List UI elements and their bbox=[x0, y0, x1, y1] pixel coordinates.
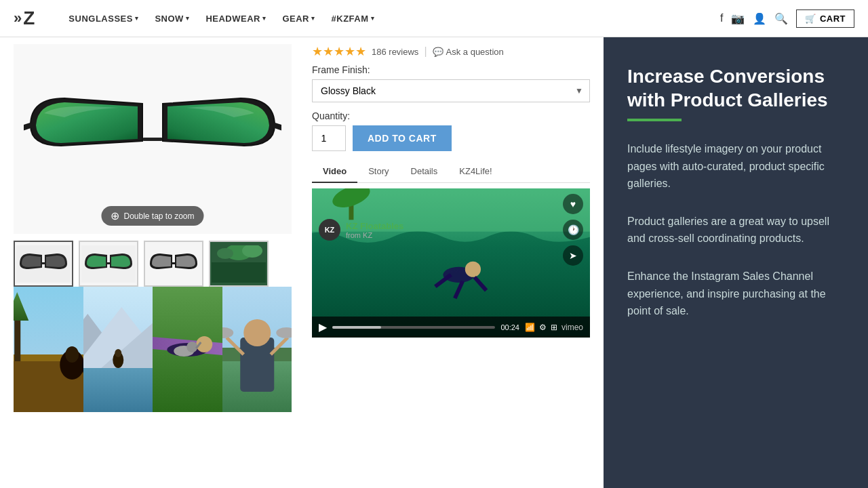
separator: | bbox=[424, 45, 427, 58]
chevron-down-icon: ▾ bbox=[311, 15, 315, 22]
main-content: ⊕ Double tap to zoom bbox=[0, 37, 868, 488]
nav-sunglasses[interactable]: SUNGLASSES ▾ bbox=[62, 9, 145, 28]
vimeo-label: vimeo bbox=[561, 323, 583, 332]
svg-point-22 bbox=[65, 346, 79, 363]
video-duration: 00:24 bbox=[500, 323, 519, 331]
svg-rect-0 bbox=[142, 138, 163, 141]
video-background: KZ KZ Floatables from KZ ♥ 🕐 ➤ bbox=[312, 188, 590, 338]
clock-button[interactable]: 🕐 bbox=[563, 220, 583, 240]
svg-point-43 bbox=[243, 319, 271, 346]
expand-icon[interactable]: ⊞ bbox=[551, 323, 557, 332]
cart-label: CART bbox=[820, 14, 846, 24]
gallery-photos bbox=[14, 287, 292, 412]
header: » Z SUNGLASSES ▾ SNOW ▾ HEADWEAR ▾ GEAR … bbox=[0, 0, 868, 37]
product-details: ★★★★★ 186 reviews | 💬 Ask a question Fra… bbox=[305, 37, 604, 488]
ask-question-link[interactable]: 💬 Ask a question bbox=[433, 47, 504, 57]
product-tabs: Video Story Details KZ4Life! bbox=[312, 161, 590, 183]
svg-rect-6 bbox=[172, 262, 175, 264]
product-section: ⊕ Double tap to zoom bbox=[0, 37, 604, 488]
panel-accent-bar bbox=[627, 119, 682, 121]
facebook-icon[interactable]: f bbox=[720, 12, 723, 24]
panel-text-3: Enhance the Instagram Sales Channel expe… bbox=[627, 268, 844, 320]
chat-icon: 💬 bbox=[433, 47, 443, 57]
svg-point-11 bbox=[217, 248, 233, 259]
video-channel-info: KZ KZ Floatables from KZ bbox=[319, 219, 403, 241]
video-player[interactable]: KZ KZ Floatables from KZ ♥ 🕐 ➤ bbox=[312, 188, 590, 338]
product-images: ⊕ Double tap to zoom bbox=[0, 37, 305, 488]
zoom-label: Double tap to zoom bbox=[123, 211, 194, 221]
tab-video[interactable]: Video bbox=[312, 161, 357, 183]
quantity-input[interactable] bbox=[312, 125, 346, 151]
gallery-photo-3[interactable] bbox=[153, 287, 222, 412]
svg-rect-28 bbox=[83, 368, 153, 412]
panel-text-1: Include lifestyle imagery on your produc… bbox=[627, 140, 844, 192]
quantity-label: Quantity: bbox=[312, 110, 590, 121]
frame-finish-label: Frame Finish: bbox=[312, 64, 590, 75]
tab-details[interactable]: Details bbox=[400, 161, 449, 183]
zoom-badge[interactable]: ⊕ Double tap to zoom bbox=[101, 206, 203, 226]
signal-icon: 📶 bbox=[525, 323, 535, 332]
gallery-photo-4[interactable] bbox=[222, 287, 292, 412]
thumbnail-strip bbox=[14, 241, 292, 287]
chevron-down-icon: ▾ bbox=[135, 15, 139, 22]
zoom-plus-icon: ⊕ bbox=[111, 209, 119, 222]
frame-finish-select[interactable]: Glossy Black Matte Black Tortoise Crysta… bbox=[312, 79, 590, 102]
frame-finish-wrapper: Glossy Black Matte Black Tortoise Crysta… bbox=[312, 79, 590, 102]
video-controls-bar[interactable]: ▶ 00:24 📶 ⚙ ⊞ vimeo bbox=[312, 317, 590, 338]
channel-text: KZ Floatables from KZ bbox=[346, 221, 403, 239]
share-button[interactable]: ➤ bbox=[563, 245, 583, 266]
chevron-down-icon: ▾ bbox=[186, 15, 190, 22]
instagram-icon[interactable]: 📷 bbox=[731, 12, 745, 25]
thumbnail-4[interactable] bbox=[209, 241, 269, 287]
gallery-photo-2[interactable] bbox=[83, 287, 153, 412]
search-icon[interactable]: 🔍 bbox=[774, 12, 788, 25]
social-icons: f 📷 👤 🔍 🛒 CART bbox=[720, 9, 854, 28]
thumbnail-2[interactable] bbox=[79, 241, 138, 287]
quantity-row: ADD TO CART bbox=[312, 125, 590, 151]
nav-kzfam[interactable]: #KZFAM ▾ bbox=[325, 9, 382, 28]
sunglasses-graphic bbox=[24, 64, 281, 214]
chevron-down-icon: ▾ bbox=[262, 15, 267, 22]
logo-letter: Z bbox=[23, 7, 35, 29]
video-action-buttons: ♥ 🕐 ➤ bbox=[563, 194, 583, 266]
logo-chevron-icon: » bbox=[14, 9, 22, 27]
video-overlay-top: KZ KZ Floatables from KZ ♥ 🕐 ➤ bbox=[312, 188, 590, 271]
gallery-photo-1[interactable] bbox=[14, 287, 83, 412]
svg-rect-2 bbox=[42, 262, 45, 264]
settings-icon[interactable]: ⚙ bbox=[539, 323, 547, 332]
panel-title: Increase Conversions with Product Galler… bbox=[627, 64, 844, 112]
channel-avatar: KZ bbox=[319, 219, 340, 241]
nav-headwear[interactable]: HEADWEAR ▾ bbox=[199, 9, 273, 28]
thumbnail-1[interactable] bbox=[14, 241, 73, 287]
progress-bar[interactable] bbox=[332, 326, 495, 329]
thumbnail-3[interactable] bbox=[144, 241, 203, 287]
review-count[interactable]: 186 reviews bbox=[372, 47, 418, 57]
channel-from: from KZ bbox=[346, 231, 403, 239]
nav-snow[interactable]: SNOW ▾ bbox=[148, 9, 196, 28]
tab-kz4life[interactable]: KZ4Life! bbox=[448, 161, 502, 183]
user-icon[interactable]: 👤 bbox=[753, 12, 766, 25]
svg-point-30 bbox=[115, 349, 121, 357]
video-bar-icons: 📶 ⚙ ⊞ vimeo bbox=[525, 323, 583, 332]
progress-fill bbox=[332, 326, 381, 329]
tab-story[interactable]: Story bbox=[357, 161, 399, 183]
cart-icon: 🛒 bbox=[805, 14, 816, 24]
product-main-image: ⊕ Double tap to zoom bbox=[14, 44, 292, 234]
star-rating: ★★★★★ bbox=[312, 44, 366, 59]
nav-gear[interactable]: GEAR ▾ bbox=[275, 9, 321, 28]
svg-point-37 bbox=[186, 342, 197, 352]
right-panel: Increase Conversions with Product Galler… bbox=[604, 37, 868, 488]
cart-button[interactable]: 🛒 CART bbox=[796, 9, 854, 28]
reviews-row: ★★★★★ 186 reviews | 💬 Ask a question bbox=[312, 44, 590, 59]
heart-button[interactable]: ♥ bbox=[563, 194, 583, 214]
logo[interactable]: » Z bbox=[14, 7, 35, 29]
channel-name: KZ Floatables bbox=[346, 221, 403, 231]
play-button[interactable]: ▶ bbox=[319, 321, 327, 333]
main-nav: SUNGLASSES ▾ SNOW ▾ HEADWEAR ▾ GEAR ▾ #K… bbox=[62, 9, 854, 28]
svg-rect-8 bbox=[212, 262, 266, 283]
panel-text-2: Product galleries are a great way to ups… bbox=[627, 213, 844, 247]
add-to-cart-button[interactable]: ADD TO CART bbox=[353, 125, 452, 151]
svg-rect-4 bbox=[107, 262, 110, 264]
chevron-down-icon: ▾ bbox=[371, 15, 375, 22]
